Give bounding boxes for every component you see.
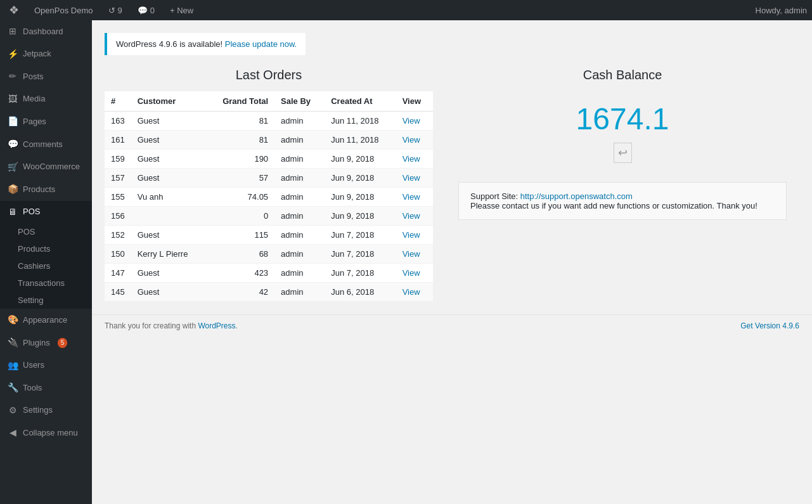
table-row: 156 0 admin Jun 9, 2018 View [105, 207, 433, 226]
appearance-icon: 🎨 [8, 314, 18, 326]
order-view[interactable]: View [396, 245, 433, 264]
order-created: Jun 9, 2018 [325, 188, 396, 207]
sidebar-item-users[interactable]: 👥 Users [0, 354, 92, 377]
order-created: Jun 11, 2018 [325, 131, 396, 150]
woocommerce-icon: 🛒 [8, 161, 18, 174]
sidebar-sub-pos[interactable]: POS [0, 223, 92, 240]
table-row: 159 Guest 190 admin Jun 9, 2018 View [105, 150, 433, 169]
new-button[interactable]: + New [166, 0, 197, 20]
sidebar-item-appearance[interactable]: 🎨 Appearance [0, 309, 92, 332]
sidebar-item-products[interactable]: 📦 Products [0, 178, 92, 201]
sidebar-item-posts[interactable]: ✏ Posts [0, 65, 92, 88]
order-view[interactable]: View [396, 169, 433, 188]
comments-button[interactable]: 💬 0 [134, 0, 158, 20]
order-total: 423 [205, 264, 274, 283]
pos-icon: 🖥 [8, 206, 18, 219]
sidebar-item-woocommerce[interactable]: 🛒 WooCommerce [0, 156, 92, 179]
sidebar-sub-transactions[interactable]: Transactions [0, 275, 92, 292]
update-link[interactable]: Please update now. [225, 39, 297, 49]
wp-logo-button[interactable]: ❖ [5, 0, 23, 20]
order-customer: Guest [131, 283, 206, 302]
order-total: 57 [205, 169, 274, 188]
sidebar-item-label: WooCommerce [23, 161, 80, 172]
update-notice: WordPress 4.9.6 is available! Please upd… [105, 33, 306, 55]
order-saleby: admin [274, 283, 325, 302]
order-saleby: admin [274, 226, 325, 245]
collapse-icon: ◀ [8, 427, 18, 439]
media-icon: 🖼 [8, 93, 18, 106]
order-view[interactable]: View [396, 283, 433, 302]
order-total: 190 [205, 150, 274, 169]
sidebar-item-collapse[interactable]: ◀ Collapse menu [0, 422, 92, 444]
footer-left-text: Thank you for creating with [105, 321, 198, 330]
order-id: 147 [105, 264, 131, 283]
order-created: Jun 11, 2018 [325, 112, 396, 131]
last-orders-section: Last Orders # Customer Grand Total Sale … [105, 68, 433, 302]
order-id: 157 [105, 169, 131, 188]
sidebar-sub-cashiers[interactable]: Cashiers [0, 257, 92, 275]
order-id: 159 [105, 150, 131, 169]
refresh-button[interactable]: ↩ [614, 143, 632, 163]
table-row: 147 Guest 423 admin Jun 7, 2018 View [105, 264, 433, 283]
updates-button[interactable]: ↺ 9 [105, 0, 126, 20]
order-view[interactable]: View [396, 150, 433, 169]
order-customer: Guest [131, 131, 206, 150]
sidebar-item-label: Comments [23, 139, 63, 150]
order-saleby: admin [274, 207, 325, 226]
howdy-text: Howdy, admin [756, 6, 807, 15]
page-footer: Thank you for creating with WordPress. G… [92, 314, 812, 337]
sidebar-item-settings[interactable]: ⚙ Settings [0, 399, 92, 422]
order-created: Jun 6, 2018 [325, 283, 396, 302]
sidebar-sub-products[interactable]: Products [0, 240, 92, 257]
order-view[interactable]: View [396, 112, 433, 131]
sidebar-item-pos[interactable]: 🖥 POS [0, 201, 92, 224]
col-header-id: # [105, 91, 131, 112]
sidebar-item-label: Settings [23, 404, 53, 416]
products-icon: 📦 [8, 183, 18, 196]
sidebar-item-dashboard[interactable]: ⊞ Dashboard [0, 20, 92, 43]
jetpack-icon: ⚡ [8, 48, 18, 61]
order-customer: Guest [131, 169, 206, 188]
order-view[interactable]: View [396, 188, 433, 207]
order-view[interactable]: View [396, 264, 433, 283]
order-view[interactable]: View [396, 226, 433, 245]
support-box: Support Site: http://support.openswatch.… [458, 182, 787, 220]
sidebar-item-jetpack[interactable]: ⚡ Jetpack [0, 43, 92, 66]
col-header-total: Grand Total [205, 91, 274, 112]
order-created: Jun 7, 2018 [325, 226, 396, 245]
order-total: 81 [205, 112, 274, 131]
posts-icon: ✏ [8, 70, 18, 83]
order-saleby: admin [274, 245, 325, 264]
site-name: OpenPos Demo [34, 6, 93, 15]
col-header-customer: Customer [131, 91, 206, 112]
site-name-button[interactable]: OpenPos Demo [30, 0, 97, 20]
sidebar-item-label: Products [23, 184, 55, 195]
notice-text: WordPress 4.9.6 is available! [116, 39, 225, 49]
table-row: 157 Guest 57 admin Jun 9, 2018 View [105, 169, 433, 188]
footer-wordpress-link[interactable]: WordPress [198, 321, 235, 330]
order-view[interactable]: View [396, 207, 433, 226]
sidebar-item-plugins[interactable]: 🔌 Plugins 5 [0, 332, 92, 354]
sidebar-item-comments[interactable]: 💬 Comments [0, 133, 92, 156]
sidebar-item-label: Plugins [23, 337, 50, 349]
footer-left: Thank you for creating with WordPress. [105, 321, 238, 330]
order-saleby: admin [274, 169, 325, 188]
sidebar-item-media[interactable]: 🖼 Media [0, 88, 92, 111]
order-saleby: admin [274, 264, 325, 283]
sidebar-sub-setting[interactable]: Setting [0, 292, 92, 309]
table-row: 161 Guest 81 admin Jun 11, 2018 View [105, 131, 433, 150]
sidebar-item-pages[interactable]: 📄 Pages [0, 110, 92, 133]
order-id: 155 [105, 188, 131, 207]
support-link[interactable]: http://support.openswatch.com [520, 191, 633, 201]
sidebar-item-tools[interactable]: 🔧 Tools [0, 377, 92, 399]
sidebar-item-label: Collapse menu [23, 427, 78, 439]
support-label: Support Site: [470, 191, 520, 201]
support-site-line: Support Site: http://support.openswatch.… [470, 191, 775, 201]
sidebar-item-label: Tools [23, 382, 42, 394]
order-view[interactable]: View [396, 131, 433, 150]
last-orders-title: Last Orders [105, 68, 433, 82]
order-total: 0 [205, 207, 274, 226]
sidebar-item-label: Dashboard [23, 26, 63, 37]
main-content: WordPress 4.9.6 is available! Please upd… [92, 20, 812, 504]
footer-version-link[interactable]: Get Version 4.9.6 [740, 321, 799, 330]
